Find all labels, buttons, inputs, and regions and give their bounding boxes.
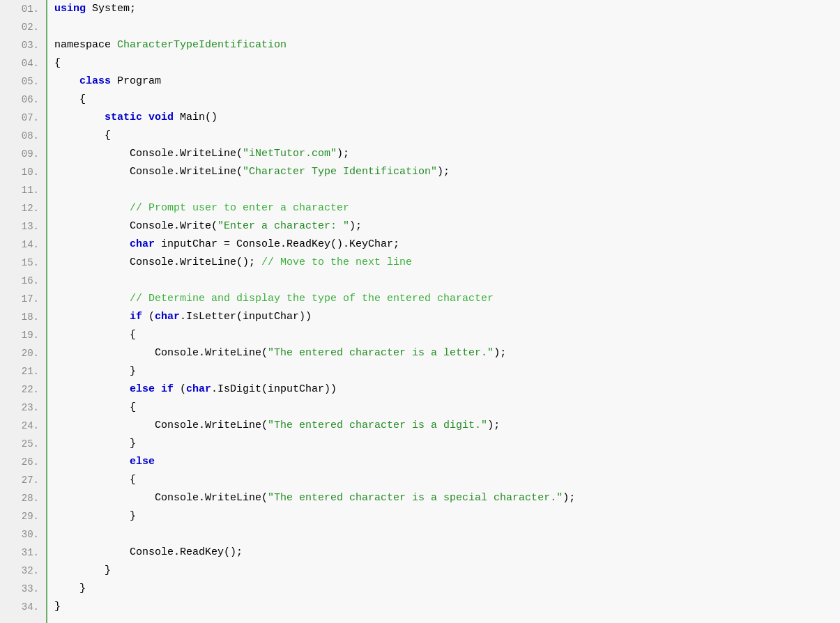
line-number-8: 08. xyxy=(0,127,46,145)
code-line-13: Console.Write("Enter a character: "); xyxy=(54,217,840,236)
code-line-19: { xyxy=(54,326,840,344)
code-line-10: Console.WriteLine("Character Type Identi… xyxy=(54,163,840,181)
code-editor: 01.02.03.04.05.06.07.08.09.10.11.12.13.1… xyxy=(0,0,840,623)
code-line-21: } xyxy=(54,362,840,380)
line-number-11: 11. xyxy=(0,181,46,199)
line-number-19: 19. xyxy=(0,326,46,344)
line-number-9: 09. xyxy=(0,145,46,163)
line-number-5: 05. xyxy=(0,72,46,91)
line-number-12: 12. xyxy=(0,199,46,217)
code-line-1: using System; xyxy=(54,0,840,18)
code-line-5: class Program xyxy=(54,72,840,91)
code-line-24: Console.WriteLine("The entered character… xyxy=(54,417,840,435)
code-line-34: } xyxy=(54,598,840,616)
line-number-30: 30. xyxy=(0,525,46,544)
line-number-2: 02. xyxy=(0,18,46,36)
line-number-26: 26. xyxy=(0,453,46,471)
code-line-8: { xyxy=(54,127,840,145)
code-line-2 xyxy=(54,18,840,36)
line-number-34: 34. xyxy=(0,598,46,616)
code-line-30 xyxy=(54,525,840,544)
code-line-17: // Determine and display the type of the… xyxy=(54,290,840,308)
line-number-7: 07. xyxy=(0,109,46,127)
line-number-23: 23. xyxy=(0,399,46,417)
line-number-gutter: 01.02.03.04.05.06.07.08.09.10.11.12.13.1… xyxy=(0,0,47,623)
line-number-15: 15. xyxy=(0,254,46,272)
code-line-7: static void Main() xyxy=(54,109,840,127)
code-line-12: // Prompt user to enter a character xyxy=(54,199,840,217)
line-number-14: 14. xyxy=(0,236,46,254)
code-line-26: else xyxy=(54,453,840,471)
code-line-22: else if (char.IsDigit(inputChar)) xyxy=(54,380,840,399)
line-number-24: 24. xyxy=(0,417,46,435)
code-line-4: { xyxy=(54,54,840,72)
line-number-18: 18. xyxy=(0,308,46,326)
line-number-25: 25. xyxy=(0,435,46,453)
code-line-6: { xyxy=(54,91,840,109)
code-line-14: char inputChar = Console.ReadKey().KeyCh… xyxy=(54,236,840,254)
line-number-1: 01. xyxy=(0,0,46,18)
code-line-15: Console.WriteLine(); // Move to the next… xyxy=(54,254,840,272)
line-number-3: 03. xyxy=(0,36,46,54)
line-number-28: 28. xyxy=(0,489,46,507)
line-number-29: 29. xyxy=(0,507,46,525)
code-line-20: Console.WriteLine("The entered character… xyxy=(54,344,840,362)
code-line-11 xyxy=(54,181,840,199)
code-line-28: Console.WriteLine("The entered character… xyxy=(54,489,840,507)
line-number-16: 16. xyxy=(0,272,46,290)
line-number-31: 31. xyxy=(0,544,46,562)
line-number-20: 20. xyxy=(0,344,46,362)
code-line-25: } xyxy=(54,435,840,453)
code-line-29: } xyxy=(54,507,840,525)
code-line-33: } xyxy=(54,580,840,598)
code-content: using System; namespace CharacterTypeIde… xyxy=(47,0,840,623)
line-number-33: 33. xyxy=(0,580,46,598)
code-line-9: Console.WriteLine("iNetTutor.com"); xyxy=(54,145,840,163)
code-line-18: if (char.IsLetter(inputChar)) xyxy=(54,308,840,326)
code-line-3: namespace CharacterTypeIdentification xyxy=(54,36,840,54)
code-line-23: { xyxy=(54,399,840,417)
line-number-10: 10. xyxy=(0,163,46,181)
line-number-21: 21. xyxy=(0,362,46,380)
line-number-6: 06. xyxy=(0,91,46,109)
line-number-32: 32. xyxy=(0,562,46,580)
code-line-32: } xyxy=(54,562,840,580)
line-number-22: 22. xyxy=(0,380,46,399)
line-number-4: 04. xyxy=(0,54,46,72)
code-line-16 xyxy=(54,272,840,290)
line-number-27: 27. xyxy=(0,471,46,489)
line-number-17: 17. xyxy=(0,290,46,308)
code-line-27: { xyxy=(54,471,840,489)
code-line-31: Console.ReadKey(); xyxy=(54,544,840,562)
line-number-13: 13. xyxy=(0,217,46,236)
